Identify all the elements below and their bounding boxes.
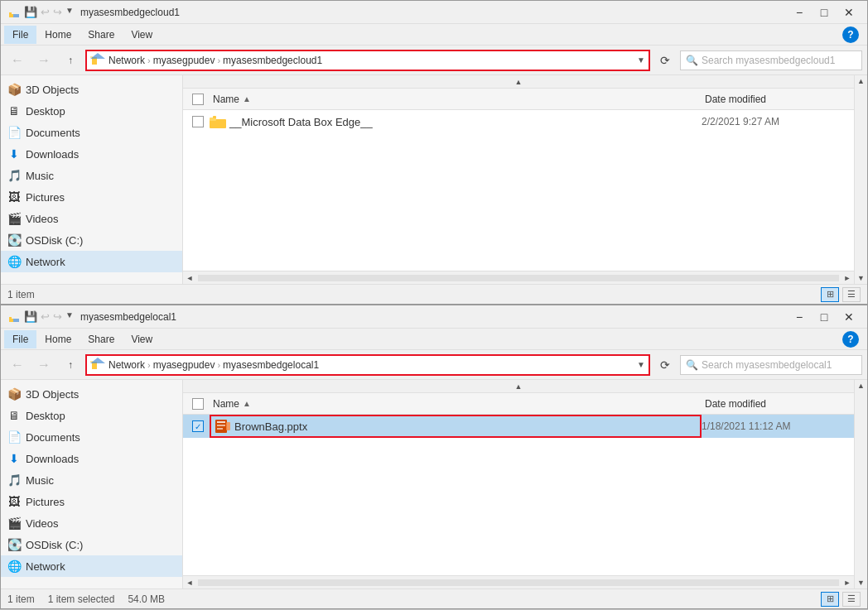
menu-file-2[interactable]: File	[4, 330, 36, 348]
back-btn-1[interactable]: ←	[6, 50, 29, 71]
search-box-2[interactable]: 🔍 Search myasesmbedgelocal1	[680, 355, 862, 375]
up-btn-1[interactable]: ↑	[59, 50, 82, 71]
back-btn-2[interactable]: ←	[6, 354, 29, 376]
view-list-btn-1[interactable]: ☰	[842, 287, 861, 302]
nav-downloads-2[interactable]: ⬇ Downloads	[1, 448, 182, 469]
menu-file-1[interactable]: File	[4, 26, 36, 44]
header-checkbox-2[interactable]	[192, 398, 204, 410]
menu-home-2[interactable]: Home	[36, 330, 80, 348]
header-check-1	[186, 94, 210, 105]
row-check-1[interactable]	[186, 116, 210, 127]
vscroll-down-btn-1[interactable]: ▼	[856, 272, 866, 284]
nav-music-2[interactable]: 🎵 Music	[1, 469, 182, 491]
nav-3d-objects-1[interactable]: 📦 3D Objects	[1, 79, 182, 100]
file-list-2: ✓ BrownBag	[183, 415, 854, 575]
vscrollbar-2[interactable]: ▲ ▼	[854, 380, 867, 588]
nav-videos-1[interactable]: 🎬 Videos	[1, 208, 182, 229]
table-row[interactable]: __Microsoft Data Box Edge__ 2/2/2021 9:2…	[183, 110, 854, 133]
nav-icon-network-1: 🌐	[7, 255, 21, 268]
nav-osdisk-2[interactable]: 💽 OSDisk (C:)	[1, 534, 182, 555]
nav-label-videos-1: Videos	[26, 213, 59, 225]
title-bar-1: 💾 ↩ ↪ ▼ myasesmbedgecloud1 − □ ✕	[1, 1, 867, 24]
nav-label-network-1: Network	[26, 256, 65, 268]
address-home-icon-1	[90, 53, 105, 67]
help-icon-2[interactable]: ?	[842, 331, 859, 348]
nav-pictures-1[interactable]: 🖼 Pictures	[1, 186, 182, 208]
help-icon-1[interactable]: ?	[842, 26, 859, 43]
nav-icon-desktop-2: 🖥	[7, 409, 21, 422]
vscroll-up-btn-2[interactable]: ▲	[856, 380, 866, 391]
sort-arrow-1: ▲	[243, 94, 251, 103]
table-row[interactable]: ✓ BrownBag	[183, 415, 854, 438]
hscroll-left-2[interactable]: ◄	[183, 576, 196, 589]
refresh-btn-2[interactable]: ⟳	[653, 354, 677, 376]
nav-osdisk-1[interactable]: 💽 OSDisk (C:)	[1, 229, 182, 251]
nav-videos-2[interactable]: 🎬 Videos	[1, 512, 182, 534]
vscroll-down-btn-2[interactable]: ▼	[856, 577, 866, 588]
nav-label-music-1: Music	[26, 170, 54, 182]
hscroll-right-2[interactable]: ►	[841, 576, 854, 589]
nav-downloads-1[interactable]: ⬇ Downloads	[1, 143, 182, 165]
refresh-btn-1[interactable]: ⟳	[653, 50, 677, 71]
nav-desktop-1[interactable]: 🖥 Desktop	[1, 100, 182, 122]
hscroll-right-1[interactable]: ►	[841, 271, 854, 285]
status-size-2: 54.0 MB	[128, 593, 165, 605]
nav-desktop-2[interactable]: 🖥 Desktop	[1, 405, 182, 426]
nav-network-1[interactable]: 🌐 Network	[1, 251, 182, 272]
hscroll-left-1[interactable]: ◄	[183, 271, 196, 285]
hscroll-2[interactable]: ◄ ►	[183, 575, 854, 588]
file-list-1: __Microsoft Data Box Edge__ 2/2/2021 9:2…	[183, 110, 854, 271]
scroll-up-1[interactable]: ▲	[183, 75, 854, 89]
svg-rect-16	[217, 421, 225, 423]
menu-bar-1: File Home Share View ?	[1, 24, 867, 46]
maximize-btn-2[interactable]: □	[813, 308, 836, 326]
nav-icon-pictures-1: 🖼	[7, 190, 21, 204]
header-name-1[interactable]: Name ▲	[210, 94, 702, 105]
minimize-btn-1[interactable]: −	[788, 3, 811, 22]
nav-documents-2[interactable]: 📄 Documents	[1, 426, 182, 448]
chevron-down-icon-1[interactable]: ▼	[637, 55, 645, 65]
maximize-btn-1[interactable]: □	[813, 3, 836, 22]
address-bar-2[interactable]: Network › myasegpudev › myasesmbedgeloca…	[85, 354, 650, 376]
content-area-2: 📦 3D Objects 🖥 Desktop 📄 Documents ⬇ Dow…	[1, 380, 867, 588]
vscroll-up-btn-1[interactable]: ▲	[856, 75, 866, 87]
hscroll-1[interactable]: ◄ ►	[183, 271, 854, 284]
close-btn-1[interactable]: ✕	[837, 3, 861, 22]
chevron-down-icon-2[interactable]: ▼	[637, 360, 645, 369]
menu-view-1[interactable]: View	[123, 26, 161, 44]
nav-documents-1[interactable]: 📄 Documents	[1, 122, 182, 143]
minimize-btn-2[interactable]: −	[788, 308, 811, 326]
row-check-2[interactable]: ✓	[186, 420, 210, 432]
row-checkbox-checked-2[interactable]: ✓	[192, 420, 204, 432]
menu-share-2[interactable]: Share	[80, 330, 123, 348]
nav-label-3d-2: 3D Objects	[26, 388, 79, 401]
quick-save: 💾	[24, 6, 37, 18]
scroll-up-2[interactable]: ▲	[183, 380, 854, 393]
menu-share-1[interactable]: Share	[80, 26, 123, 44]
ribbon-1: ← → ↑ Network › myasegpudev › myasesmbed…	[1, 46, 867, 75]
forward-btn-1[interactable]: →	[32, 50, 55, 71]
svg-rect-8	[213, 116, 216, 118]
nav-network-2[interactable]: 🌐 Network	[1, 555, 182, 577]
row-checkbox-1[interactable]	[192, 116, 204, 127]
header-checkbox-1[interactable]	[192, 94, 204, 105]
up-btn-2[interactable]: ↑	[59, 354, 82, 376]
header-name-2[interactable]: Name ▲	[210, 398, 702, 410]
row-content-2: BrownBag.pptx	[210, 415, 702, 438]
search-box-1[interactable]: 🔍 Search myasesmbedgecloud1	[680, 50, 862, 70]
view-list-btn-2[interactable]: ☰	[842, 592, 861, 607]
path-sep-1: ›	[147, 55, 151, 65]
menu-home-1[interactable]: Home	[36, 26, 80, 44]
nav-icon-3d-1: 📦	[7, 83, 21, 96]
nav-music-1[interactable]: 🎵 Music	[1, 165, 182, 186]
hscroll-track-2[interactable]	[198, 579, 839, 586]
menu-view-2[interactable]: View	[123, 330, 161, 348]
view-details-btn-1[interactable]: ⊞	[821, 287, 839, 302]
vscrollbar-1[interactable]: ▲ ▼	[854, 75, 867, 284]
close-btn-2[interactable]: ✕	[837, 308, 861, 326]
view-details-btn-2[interactable]: ⊞	[821, 592, 839, 607]
nav-pictures-2[interactable]: 🖼 Pictures	[1, 491, 182, 512]
forward-btn-2[interactable]: →	[32, 354, 55, 376]
nav-3d-objects-2[interactable]: 📦 3D Objects	[1, 383, 182, 405]
hscroll-track-1[interactable]	[198, 275, 839, 281]
